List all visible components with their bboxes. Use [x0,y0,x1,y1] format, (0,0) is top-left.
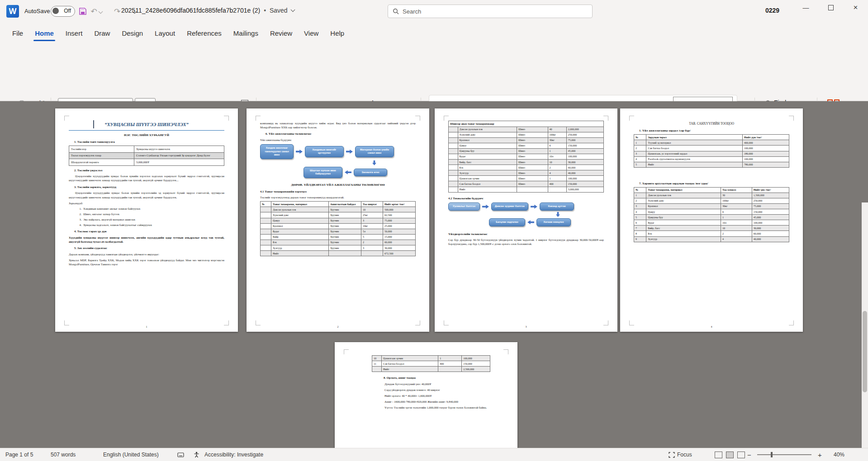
table-cell: Түүхий эд материал [646,140,743,146]
table-row: ЗүлгүүрШинэ440,000 [449,170,604,176]
table-cell: Бийр, багс [458,160,517,165]
status-bar: Page 1 of 5 507 words English (United St… [0,448,868,461]
document-canvas[interactable]: “ХУВЦАСНЫ ШҮҮГЭЭ ШИНЭЧЛЭХ” НЭГ. ТӨСЛИЙН … [0,101,868,448]
table-cell: Төсөл хэрэгжүүлэх газар [69,152,134,159]
table-cell: 60,000 [752,231,789,236]
page-indicator[interactable]: Page 1 of 5 [5,448,33,461]
tab-help[interactable]: Help [324,23,350,43]
table-cell: 40,000 [752,236,789,242]
maximize-button[interactable] [818,0,843,15]
table-cell: Бийр, багс [646,226,721,231]
section-five-heading: ТАВ. САНХҮҮГИЙН ТООЦОО [634,122,789,126]
section-four-heading: ДӨРӨВ. ҮЙЛДВЭРЛЭЛ ҮЙЛ АЖИЛЛАГААНЫ ТӨЛӨВЛ… [260,183,416,187]
word-logo-icon[interactable]: W [6,5,19,18]
zoom-slider-thumb[interactable] [771,452,773,457]
accessibility-status[interactable]: Accessibility: Investigate [204,448,263,461]
page-3[interactable]: Шинээр авах тоног төхөөрөмжөөрДавсан урл… [435,108,617,332]
table-cell: Хуучин [328,207,361,212]
table-cell: Крахмал [271,223,329,229]
tab-file[interactable]: File [6,23,29,43]
table-cell: Шинэ [517,181,548,187]
autosave-state: Off [64,8,71,14]
table-cell: Сав баглаа боодол [381,361,438,367]
flow-box: Хандивын мөнгийг цуглуулах [305,146,344,157]
table-cell: 11 [372,361,382,367]
zoom-in-button[interactable]: + [818,448,822,461]
tab-view[interactable]: View [298,23,324,43]
table-cell: 1 [634,193,646,198]
vertical-scrollbar[interactable] [862,202,868,448]
search-input[interactable]: Search [388,5,593,18]
table-cell: 3 [361,245,383,251]
goals-label: Зорилтууд: [69,201,224,205]
read-mode-icon[interactable] [715,452,722,458]
table-cell: 100,000 [566,176,603,181]
table-cell: Нийт [271,251,329,256]
zoom-out-button[interactable]: − [747,448,751,461]
tab-references[interactable]: References [181,23,228,43]
arrow-right-icon [482,205,489,209]
print-layout-icon[interactable] [726,452,734,458]
undo-icon[interactable]: ↶ [90,5,102,17]
document-title[interactable]: 202511_2428e6096dfa061fdc885fefa7b2701e … [121,7,294,14]
table-row: 8Бэх260,000 [634,231,789,236]
minimize-button[interactable]: — [793,0,818,15]
paragraph: компаниуд нь захиалгаар хүүхдийн шүүгээ … [260,121,416,130]
table-cell: Цавуу [646,209,721,215]
table-cell: Сав баглаа боодол [646,146,743,151]
table-row: 2Хүнсний давс100кг250,000 [634,198,789,203]
table-cell: Зүлгүүр [271,245,329,251]
table-cell: 2,500,000 [462,367,490,372]
table-cell: Хуучин [328,245,361,251]
table-cell: 25,000 [383,223,415,229]
table-cell: Шинэ [517,148,548,154]
tab-design[interactable]: Design [116,23,149,43]
focus-button[interactable]: Focus [669,448,692,461]
tab-draw[interactable]: Draw [88,23,116,43]
tab-insert[interactable]: Insert [60,23,89,43]
list-item: Хувцасны хадгалалт, зохион байгуулалтыг … [82,223,224,227]
tab-layout[interactable]: Layout [149,23,181,43]
table-cell: 8 [634,231,646,236]
web-layout-icon[interactable] [737,452,745,458]
page-4[interactable]: ТАВ. САНХҮҮГИЙН ТООЦОО 1. Үйл ажиллагаан… [620,108,803,332]
table-cell: 10 [361,207,383,212]
table-cell: Хуучин [328,234,361,240]
table-cell: 400 [548,181,566,187]
table-cell: 75,000 [383,218,415,223]
table-row: БийрХуучин515,000 [261,234,416,240]
language-indicator[interactable]: English (United States) [103,448,159,461]
tab-review[interactable]: Review [264,23,298,43]
table-cell: 3 [634,203,646,209]
user-badge[interactable]: 0229 [765,7,779,14]
table-cell: 400 [438,361,462,367]
text-predictions-icon[interactable] [177,448,184,461]
tab-mailings[interactable]: Mailings [228,23,264,43]
autosave-toggle[interactable]: Off [51,6,75,17]
table-cell: Шинэ [517,132,548,137]
table-header-cell: Нийт дүн /төг/ [743,135,789,140]
save-icon[interactable] [77,5,89,17]
arrow-right-icon [296,150,303,154]
page-2[interactable]: компаниуд нь захиалгаар хүүхдийн шүүгээ … [247,108,429,332]
goals-list: Хандивын кампанит ажлыг зохион байгуулах… [82,207,224,227]
page-1[interactable]: “ХУВЦАСНЫ ШҮҮГЭЭ ШИНЭЧЛЭХ” НЭГ. ТӨСЛИЙН … [55,108,238,332]
page-5[interactable]: 10Цахилгаан орчин1100,00011Сав баглаа бо… [335,342,517,448]
accessibility-icon[interactable] [194,448,199,461]
table-cell: 50,000 [383,229,415,234]
table-cell: 10 [721,226,752,231]
close-button[interactable]: × [843,0,868,15]
table-cell [517,187,548,192]
table-cell [449,154,458,159]
zoom-level[interactable]: 40% [834,448,844,461]
zoom-slider[interactable] [757,448,811,461]
scrollbar-thumb[interactable] [863,311,867,392]
table-row: 4Facebook сурталчилгаа идэвхжүүлэх100,00… [634,156,789,162]
table-cell: Зүлгүүр [646,236,721,242]
table-cell: Цахилгаан орчин [381,356,438,361]
table-row: БудагХуучин5л50,000 [261,229,416,234]
flow-box: Уусмалыг бэлтгэх [448,202,480,211]
table-cell: 3 [634,151,646,156]
tab-home[interactable]: Home [29,23,60,43]
word-count[interactable]: 507 words [51,448,76,461]
